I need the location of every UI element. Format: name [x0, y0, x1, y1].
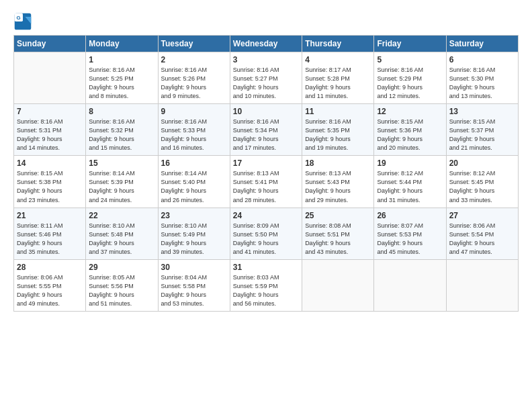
day-number: 18	[305, 158, 371, 168]
calendar-cell: 18Sunrise: 8:13 AM Sunset: 5:43 PM Dayli…	[302, 156, 374, 208]
logo-icon: G	[13, 12, 32, 31]
day-number: 14	[17, 158, 83, 168]
calendar-table: SundayMondayTuesdayWednesdayThursdayFrid…	[13, 35, 519, 312]
day-detail: Sunrise: 8:13 AM Sunset: 5:41 PM Dayligh…	[233, 169, 299, 204]
day-number: 26	[377, 211, 443, 220]
day-detail: Sunrise: 8:03 AM Sunset: 5:59 PM Dayligh…	[233, 273, 299, 308]
day-number: 25	[305, 211, 371, 220]
calendar-cell: 2Sunrise: 8:16 AM Sunset: 5:26 PM Daylig…	[158, 52, 230, 104]
calendar-cell: 15Sunrise: 8:14 AM Sunset: 5:39 PM Dayli…	[86, 156, 158, 208]
calendar-week-row: 14Sunrise: 8:15 AM Sunset: 5:38 PM Dayli…	[14, 156, 519, 208]
day-number: 15	[89, 158, 154, 168]
calendar-cell	[446, 259, 518, 311]
day-detail: Sunrise: 8:10 AM Sunset: 5:48 PM Dayligh…	[89, 222, 154, 257]
weekday-header: Tuesday	[158, 36, 230, 52]
calendar-cell: 28Sunrise: 8:06 AM Sunset: 5:55 PM Dayli…	[14, 259, 86, 311]
day-number: 27	[449, 211, 515, 220]
day-detail: Sunrise: 8:12 AM Sunset: 5:44 PM Dayligh…	[377, 169, 443, 204]
day-detail: Sunrise: 8:17 AM Sunset: 5:28 PM Dayligh…	[305, 66, 371, 101]
day-number: 28	[17, 263, 83, 272]
calendar-cell: 1Sunrise: 8:16 AM Sunset: 5:25 PM Daylig…	[86, 52, 158, 104]
day-number: 16	[161, 158, 227, 168]
calendar-cell: 17Sunrise: 8:13 AM Sunset: 5:41 PM Dayli…	[230, 156, 302, 208]
day-number: 17	[233, 158, 299, 168]
calendar-cell: 27Sunrise: 8:06 AM Sunset: 5:54 PM Dayli…	[446, 208, 518, 259]
day-number: 31	[233, 263, 299, 272]
day-number: 7	[17, 107, 83, 116]
calendar-cell: 14Sunrise: 8:15 AM Sunset: 5:38 PM Dayli…	[14, 156, 86, 208]
calendar-cell: 21Sunrise: 8:11 AM Sunset: 5:46 PM Dayli…	[14, 208, 86, 259]
day-number: 29	[89, 263, 154, 272]
day-detail: Sunrise: 8:08 AM Sunset: 5:51 PM Dayligh…	[305, 222, 371, 257]
day-detail: Sunrise: 8:16 AM Sunset: 5:33 PM Dayligh…	[161, 118, 227, 152]
weekday-header: Friday	[374, 36, 446, 52]
day-detail: Sunrise: 8:15 AM Sunset: 5:36 PM Dayligh…	[377, 118, 443, 152]
day-number: 30	[161, 263, 227, 272]
day-detail: Sunrise: 8:16 AM Sunset: 5:31 PM Dayligh…	[17, 118, 83, 152]
day-detail: Sunrise: 8:16 AM Sunset: 5:26 PM Dayligh…	[161, 66, 227, 101]
calendar-cell: 26Sunrise: 8:07 AM Sunset: 5:53 PM Dayli…	[374, 208, 446, 259]
calendar-cell: 12Sunrise: 8:15 AM Sunset: 5:36 PM Dayli…	[374, 104, 446, 156]
calendar-cell: 22Sunrise: 8:10 AM Sunset: 5:48 PM Dayli…	[86, 208, 158, 259]
day-detail: Sunrise: 8:16 AM Sunset: 5:29 PM Dayligh…	[377, 66, 443, 101]
calendar-cell	[374, 259, 446, 311]
day-detail: Sunrise: 8:16 AM Sunset: 5:30 PM Dayligh…	[449, 66, 515, 101]
calendar-cell: 6Sunrise: 8:16 AM Sunset: 5:30 PM Daylig…	[446, 52, 518, 104]
day-detail: Sunrise: 8:15 AM Sunset: 5:38 PM Dayligh…	[17, 169, 83, 204]
calendar-cell: 9Sunrise: 8:16 AM Sunset: 5:33 PM Daylig…	[158, 104, 230, 156]
calendar-cell: 3Sunrise: 8:16 AM Sunset: 5:27 PM Daylig…	[230, 52, 302, 104]
calendar-cell: 24Sunrise: 8:09 AM Sunset: 5:50 PM Dayli…	[230, 208, 302, 259]
calendar-cell: 20Sunrise: 8:12 AM Sunset: 5:45 PM Dayli…	[446, 156, 518, 208]
day-number: 21	[17, 211, 83, 220]
calendar-week-row: 1Sunrise: 8:16 AM Sunset: 5:25 PM Daylig…	[14, 52, 519, 104]
calendar-cell: 10Sunrise: 8:16 AM Sunset: 5:34 PM Dayli…	[230, 104, 302, 156]
day-detail: Sunrise: 8:11 AM Sunset: 5:46 PM Dayligh…	[17, 222, 83, 257]
calendar-week-row: 21Sunrise: 8:11 AM Sunset: 5:46 PM Dayli…	[14, 208, 519, 259]
weekday-header: Wednesday	[230, 36, 302, 52]
calendar-container: G SundayMondayTuesdayWednesdayThursdayFr…	[0, 0, 532, 318]
day-number: 3	[233, 55, 299, 64]
day-number: 23	[161, 211, 227, 220]
day-number: 5	[377, 55, 443, 64]
weekday-header: Saturday	[446, 36, 518, 52]
day-detail: Sunrise: 8:16 AM Sunset: 5:35 PM Dayligh…	[305, 118, 371, 152]
day-number: 2	[161, 55, 227, 64]
day-number: 11	[305, 107, 371, 116]
calendar-cell: 31Sunrise: 8:03 AM Sunset: 5:59 PM Dayli…	[230, 259, 302, 311]
day-number: 9	[161, 107, 227, 116]
calendar-cell: 29Sunrise: 8:05 AM Sunset: 5:56 PM Dayli…	[86, 259, 158, 311]
day-number: 20	[449, 158, 515, 168]
day-number: 19	[377, 158, 443, 168]
day-detail: Sunrise: 8:16 AM Sunset: 5:34 PM Dayligh…	[233, 118, 299, 152]
day-detail: Sunrise: 8:05 AM Sunset: 5:56 PM Dayligh…	[89, 273, 154, 308]
svg-text:G: G	[16, 15, 20, 21]
day-number: 12	[377, 107, 443, 116]
day-detail: Sunrise: 8:14 AM Sunset: 5:39 PM Dayligh…	[89, 169, 154, 204]
calendar-cell	[302, 259, 374, 311]
day-detail: Sunrise: 8:12 AM Sunset: 5:45 PM Dayligh…	[449, 169, 515, 204]
day-detail: Sunrise: 8:14 AM Sunset: 5:40 PM Dayligh…	[161, 169, 227, 204]
calendar-week-row: 28Sunrise: 8:06 AM Sunset: 5:55 PM Dayli…	[14, 259, 519, 311]
day-number: 4	[305, 55, 371, 64]
day-detail: Sunrise: 8:16 AM Sunset: 5:27 PM Dayligh…	[233, 66, 299, 101]
day-detail: Sunrise: 8:16 AM Sunset: 5:32 PM Dayligh…	[89, 118, 154, 152]
calendar-cell: 16Sunrise: 8:14 AM Sunset: 5:40 PM Dayli…	[158, 156, 230, 208]
calendar-week-row: 7Sunrise: 8:16 AM Sunset: 5:31 PM Daylig…	[14, 104, 519, 156]
day-detail: Sunrise: 8:10 AM Sunset: 5:49 PM Dayligh…	[161, 222, 227, 257]
calendar-cell	[14, 52, 86, 104]
day-number: 8	[89, 107, 154, 116]
day-detail: Sunrise: 8:07 AM Sunset: 5:53 PM Dayligh…	[377, 222, 443, 257]
day-detail: Sunrise: 8:06 AM Sunset: 5:55 PM Dayligh…	[17, 273, 83, 308]
calendar-cell: 11Sunrise: 8:16 AM Sunset: 5:35 PM Dayli…	[302, 104, 374, 156]
weekday-header: Sunday	[14, 36, 86, 52]
calendar-cell: 5Sunrise: 8:16 AM Sunset: 5:29 PM Daylig…	[374, 52, 446, 104]
day-number: 6	[449, 55, 515, 64]
logo: G	[13, 12, 34, 31]
calendar-cell: 8Sunrise: 8:16 AM Sunset: 5:32 PM Daylig…	[86, 104, 158, 156]
calendar-cell: 7Sunrise: 8:16 AM Sunset: 5:31 PM Daylig…	[14, 104, 86, 156]
day-detail: Sunrise: 8:04 AM Sunset: 5:58 PM Dayligh…	[161, 273, 227, 308]
day-number: 24	[233, 211, 299, 220]
day-number: 10	[233, 107, 299, 116]
header-row: G	[13, 12, 519, 31]
day-detail: Sunrise: 8:15 AM Sunset: 5:37 PM Dayligh…	[449, 118, 515, 152]
